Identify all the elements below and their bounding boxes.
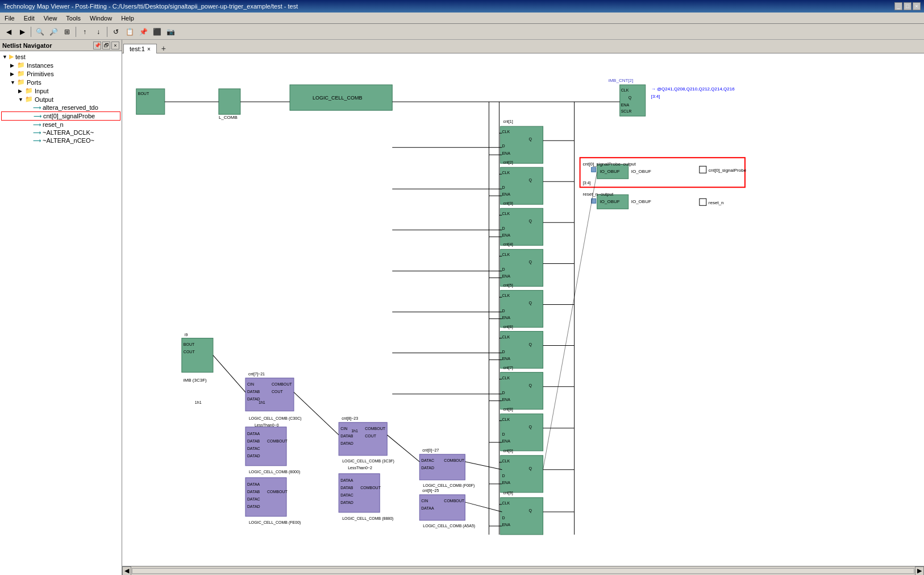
svg-text:D: D [502,516,505,520]
svg-text:Q: Q [529,466,532,471]
expand-input[interactable]: ▶ [18,88,25,94]
toolbar-refresh[interactable]: ↺ [110,26,122,38]
toolbar-back[interactable]: ◀ [2,26,15,38]
svg-text:ENA: ENA [502,151,510,155]
svg-text:D: D [502,185,505,189]
tree-item-reset-n[interactable]: ⟶ reset_n [1,121,120,129]
horizontal-scrollbar[interactable]: ◀ ▶ [122,566,924,575]
svg-text:D: D [502,144,505,148]
svg-text:1h1: 1h1 [259,400,265,404]
tab-close-test1[interactable]: × [147,46,151,52]
svg-text:cnt[0]_signalProbe~output: cnt[0]_signalProbe~output [583,162,636,167]
svg-text:IO_OBUF: IO_OBUF [600,199,620,204]
toolbar-down[interactable]: ↓ [92,26,105,38]
expand-primitives[interactable]: ▶ [10,71,17,77]
toolbar-zoom-in[interactable]: 🔍 [34,26,46,38]
tree-item-altera-tdo[interactable]: ⟶ altera_reserved_tdo [1,104,120,111]
svg-rect-114 [700,198,706,205]
svg-text:DATAD: DATAD [421,466,434,470]
menu-edit[interactable]: Edit [19,14,39,23]
svg-text:IO_OBUF: IO_OBUF [600,169,620,174]
window-controls: _ □ × [894,2,921,10]
tree-item-test[interactable]: ▼ ▶ test [1,52,120,61]
tree-item-cnt0-signalprobe[interactable]: ⟶ cnt[0]_signalProbe [1,111,120,121]
expand-instances[interactable]: ▶ [10,63,17,68]
tree-label-test: test [15,53,26,60]
sidebar-controls: 📌 🗗 × [93,42,119,49]
svg-text:COMBOUT: COMBOUT [267,490,288,494]
toolbar-copy[interactable]: 📋 [123,26,136,38]
svg-text:Q: Q [529,219,532,224]
tree-item-output[interactable]: ▼ 📁 Output [1,95,120,104]
close-button[interactable]: × [913,2,921,10]
menu-help[interactable]: Help [116,14,139,23]
svg-text:COMBOUT: COMBOUT [360,486,381,490]
toolbar-sep1 [31,27,31,37]
tree-item-instances[interactable]: ▶ 📁 Instances [1,61,120,69]
svg-text:DATAB: DATAB [340,434,353,438]
schematic-svg: BOUT LOGIC_CELL_COMB L_COMB CLK Q ENA SC… [122,53,924,566]
menu-tools[interactable]: Tools [61,14,85,23]
svg-text:CLK: CLK [502,130,510,134]
sidebar-close-btn[interactable]: × [111,42,119,49]
toolbar-zoom-out[interactable]: 🔎 [47,26,60,38]
menu-view[interactable]: View [39,14,62,23]
toolbar-forward[interactable]: ▶ [16,26,28,38]
tab-add-button[interactable]: + [159,44,168,53]
svg-text:LOGIC_CELL_COMB (F00F): LOGIC_CELL_COMB (F00F) [423,483,475,488]
expand-ports[interactable]: ▼ [10,80,17,85]
toolbar-pin[interactable]: 📌 [137,26,149,38]
svg-text:Q: Q [529,301,532,305]
tree-item-altera-nceo[interactable]: ⟶ ~ALTERA_nCEO~ [1,136,120,144]
svg-text:ENA: ENA [502,481,510,485]
scroll-right-btn[interactable]: ▶ [915,566,924,576]
toolbar-sep3 [107,27,107,37]
scroll-track-h[interactable] [132,568,914,574]
sidebar-pin-btn[interactable]: 📌 [93,42,101,49]
tree-label-dclk: ~ALTERA_DCLK~ [43,129,94,136]
svg-text:DATAD: DATAD [340,500,353,504]
svg-text:D: D [502,391,505,395]
svg-text:DATAB: DATAB [247,439,260,443]
svg-text:LOGIC_CELL_COMB (3C3F): LOGIC_CELL_COMB (3C3F) [342,459,394,464]
svg-text:CIN: CIN [340,427,347,431]
svg-text:CLK: CLK [502,171,510,175]
svg-text:COUT: COUT [365,434,377,438]
expand-test[interactable]: ▼ [2,54,9,60]
toolbar-extra2[interactable]: 📷 [164,26,177,38]
expand-output[interactable]: ▼ [18,97,25,102]
tree-item-primitives[interactable]: ▶ 📁 Primitives [1,69,120,78]
svg-text:DATAC: DATAC [340,493,353,497]
svg-text:D: D [502,226,505,230]
maximize-button[interactable]: □ [904,2,911,10]
svg-text:CLK: CLK [502,459,510,463]
sidebar-restore-btn[interactable]: 🗗 [102,42,110,49]
svg-text:cnt[4]: cnt[4] [503,242,513,247]
toolbar-extra1[interactable]: ⬛ [151,26,163,38]
tab-test1[interactable]: test:1 × [123,44,157,53]
scroll-left-btn[interactable]: ◀ [122,566,131,576]
svg-text:cnt[0]~27: cnt[0]~27 [422,448,439,453]
toolbar-fit[interactable]: ⊞ [61,26,73,38]
minimize-button[interactable]: _ [894,2,902,10]
tree-label-reset-n: reset_n [43,121,64,128]
icon-input: 📁 [25,87,33,94]
icon-wire-cnt0: ⟶ [34,113,41,119]
svg-text:Q: Q [529,342,532,347]
tree-item-ports[interactable]: ▼ 📁 Ports [1,78,120,86]
svg-text:cnt[8]~23: cnt[8]~23 [342,416,358,421]
icon-wire-nceo: ⟶ [33,138,41,144]
tree-item-input[interactable]: ▶ 📁 Input [1,86,120,95]
tree-item-altera-dclk[interactable]: ⟶ ~ALTERA_DCLK~ [1,129,120,136]
svg-text:DATAA: DATAA [421,506,434,510]
sidebar-title: Netlist Navigator [2,42,52,49]
svg-text:cnt[9]: cnt[9] [503,491,513,495]
svg-text:cnt[1]: cnt[1] [503,119,513,124]
svg-text:CLK: CLK [502,501,510,505]
svg-text:cnt[6]: cnt[6] [503,325,513,329]
menu-window[interactable]: Window [85,14,116,23]
menu-file[interactable]: File [0,14,19,23]
toolbar-up[interactable]: ↑ [78,26,91,38]
canvas[interactable]: BOUT LOGIC_CELL_COMB L_COMB CLK Q ENA SC… [122,53,924,566]
svg-text:DATAB: DATAB [247,390,260,394]
